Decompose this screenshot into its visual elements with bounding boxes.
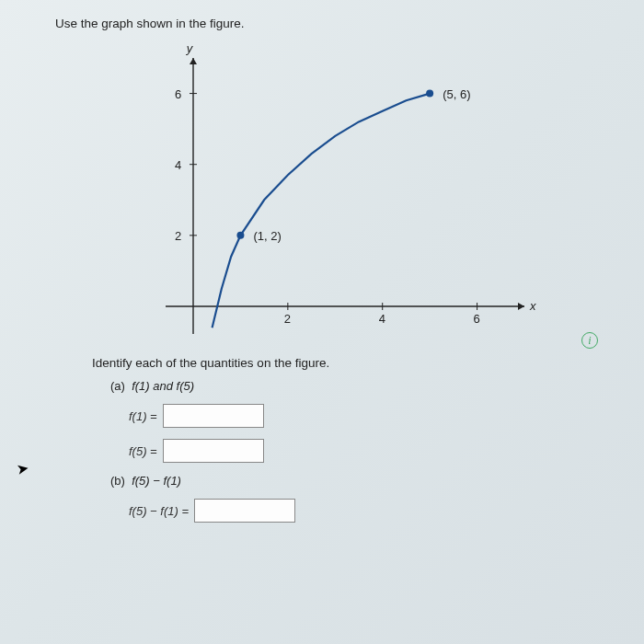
f5-input[interactable] <box>163 439 264 463</box>
question-text: Identify each of the quantities on the f… <box>92 356 616 370</box>
input-row-f5: f(5) = <box>129 439 616 463</box>
svg-text:4: 4 <box>175 158 181 172</box>
svg-point-16 <box>236 232 244 239</box>
graph-figure: 246246xy(1, 2)(5, 6) i <box>129 40 570 343</box>
part-a-text: f(1) and f(5) <box>132 379 194 393</box>
info-icon[interactable]: i <box>581 332 598 349</box>
input-row-diff: f(5) − f(1) = <box>129 499 616 523</box>
f1-label: f(1) = <box>129 409 157 423</box>
diff-input[interactable] <box>194 499 295 523</box>
part-b-label: (b) <box>110 474 125 488</box>
instruction-text: Use the graph shown in the figure. <box>55 17 616 30</box>
svg-text:(1, 2): (1, 2) <box>253 229 281 243</box>
svg-text:6: 6 <box>175 87 181 101</box>
f5-label: f(5) = <box>129 444 157 458</box>
svg-text:2: 2 <box>284 312 291 326</box>
svg-text:4: 4 <box>379 312 385 326</box>
svg-text:x: x <box>529 299 536 313</box>
svg-text:y: y <box>186 41 194 55</box>
input-row-f1: f(1) = <box>129 404 616 428</box>
svg-point-18 <box>426 90 433 98</box>
svg-text:(5, 6): (5, 6) <box>443 87 470 101</box>
part-b-text: f(5) − f(1) <box>132 474 181 488</box>
svg-text:2: 2 <box>175 229 181 243</box>
part-b-prompt: (b) f(5) − f(1) <box>110 474 616 488</box>
diff-label: f(5) − f(1) = <box>129 504 189 518</box>
part-a-label: (a) <box>110 379 125 393</box>
part-a-prompt: (a) f(1) and f(5) <box>110 379 616 393</box>
svg-text:6: 6 <box>474 312 480 326</box>
f1-input[interactable] <box>163 404 264 428</box>
